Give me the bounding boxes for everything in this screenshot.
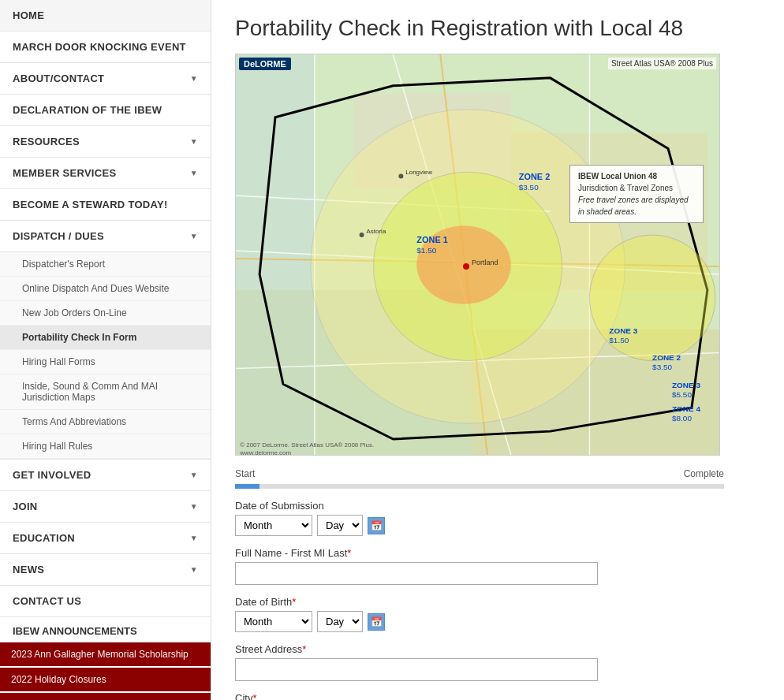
dob-label: Date of Birth* — [235, 596, 724, 608]
map-container: ZONE 2 $3.50 ZONE 1 $1.50 ZONE 3 $1.50 Z… — [235, 54, 720, 456]
chevron-icon: ▼ — [190, 232, 198, 240]
sidebar-item-steward[interactable]: BECOME A STEWARD TODAY! — [0, 189, 211, 221]
sidebar-sub-hiring-hall-forms[interactable]: Hiring Hall Forms — [0, 350, 211, 374]
svg-text:ZONE 2: ZONE 2 — [652, 353, 681, 362]
form-area: Start Complete Date of Submission MonthJ… — [235, 468, 724, 700]
sidebar-sub-dispatchers-report[interactable]: Dispatcher's Report — [0, 252, 211, 277]
full-name-input[interactable] — [235, 562, 598, 585]
sidebar-item-march-door[interactable]: MARCH DOOR KNOCKING EVENT — [0, 32, 211, 63]
sidebar-item-home[interactable]: HOME — [0, 0, 211, 32]
sidebar-item-declaration[interactable]: DECLARATION OF THE IBEW — [0, 95, 211, 126]
street-address-label: Street Address* — [235, 643, 724, 655]
svg-text:© 2007 DeLorme. Street Atlas U: © 2007 DeLorme. Street Atlas USA® 2008 P… — [240, 441, 374, 449]
date-of-submission-row: MonthJanuaryFebruaryMarchAprilMayJuneJul… — [235, 515, 724, 536]
svg-text:$3.50: $3.50 — [652, 363, 672, 371]
submission-calendar-icon[interactable]: 📅 — [368, 517, 385, 534]
dob-field: Date of Birth* MonthJanuaryFebruaryMarch… — [235, 596, 724, 632]
progress-end-label: Complete — [684, 468, 724, 479]
svg-point-30 — [463, 263, 469, 270]
sidebar-item-education[interactable]: EDUCATION ▼ — [0, 523, 211, 554]
submission-month-select[interactable]: MonthJanuaryFebruaryMarchAprilMayJuneJul… — [235, 515, 312, 536]
city-label: City* — [235, 692, 724, 700]
announcement-item-2[interactable]: 2022 Holiday Closures — [0, 668, 211, 691]
progress-track — [235, 484, 724, 489]
sidebar-item-get-involved[interactable]: GET INVOLVED ▼ — [0, 460, 211, 491]
sidebar-item-about[interactable]: ABOUT/CONTACT ▼ — [0, 63, 211, 95]
svg-text:Portland: Portland — [472, 259, 498, 266]
announcement-item-3[interactable]: Business Office & Dispatch to close at 2… — [0, 693, 211, 700]
chevron-icon: ▼ — [190, 74, 198, 83]
sidebar-sub-new-job-orders[interactable]: New Job Orders On-Line — [0, 301, 211, 326]
sidebar-item-news[interactable]: NEWS ▼ — [0, 554, 211, 586]
date-of-submission-field: Date of Submission MonthJanuaryFebruaryM… — [235, 500, 724, 536]
svg-text:ZONE 2: ZONE 2 — [519, 172, 551, 181]
svg-text:$5.50: $5.50 — [672, 390, 692, 399]
info-box-line3: Free travel zones are displayed in shade… — [578, 195, 689, 216]
svg-text:ZONE 3: ZONE 3 — [672, 381, 700, 389]
dispatch-submenu: Dispatcher's Report Online Dispatch And … — [0, 252, 211, 460]
dob-month-select[interactable]: MonthJanuaryFebruaryMarchAprilMayJuneJul… — [235, 611, 312, 632]
chevron-icon: ▼ — [190, 471, 198, 479]
city-field: City* — [235, 692, 724, 700]
full-name-label: Full Name - First MI Last* — [235, 547, 724, 559]
sidebar-item-resources[interactable]: RESOURCES ▼ — [0, 126, 211, 158]
svg-text:ZONE 3: ZONE 3 — [609, 326, 637, 335]
sidebar-item-contact-us[interactable]: CONTACT US — [0, 586, 211, 617]
progress-fill — [235, 484, 259, 489]
svg-text:ZONE 4: ZONE 4 — [672, 404, 700, 413]
map-top-right-label: Street Atlas USA® 2008 Plus — [608, 58, 716, 69]
chevron-icon: ▼ — [190, 137, 198, 146]
svg-text:$8.00: $8.00 — [672, 414, 692, 423]
dob-row: MonthJanuaryFebruaryMarchAprilMayJuneJul… — [235, 611, 724, 632]
svg-text:www.delorme.com: www.delorme.com — [239, 449, 291, 455]
announcement-item-1[interactable]: 2023 Ann Gallagher Memorial Scholarship — [0, 642, 211, 666]
svg-text:ZONE 1: ZONE 1 — [416, 235, 448, 244]
progress-start-label: Start — [235, 468, 255, 479]
sidebar: HOME MARCH DOOR KNOCKING EVENT ABOUT/CON… — [0, 0, 211, 700]
svg-text:Longview: Longview — [405, 169, 432, 176]
submission-day-select[interactable]: Day1234567891011121314151617181920212223… — [317, 515, 363, 536]
sidebar-item-join[interactable]: JOIN ▼ — [0, 491, 211, 523]
date-of-submission-label: Date of Submission — [235, 500, 724, 512]
svg-point-32 — [398, 173, 403, 178]
svg-text:$1.50: $1.50 — [416, 246, 436, 255]
chevron-icon: ▼ — [190, 534, 198, 542]
info-box-line2: Jurisdiction & Travel Zones — [578, 184, 673, 192]
sidebar-item-member-services[interactable]: MEMBER SERVICES ▼ — [0, 158, 211, 189]
info-box-line1: IBEW Local Union 48 — [578, 172, 657, 181]
map-info-box: IBEW Local Union 48 Jurisdiction & Trave… — [569, 165, 704, 223]
street-address-field: Street Address* — [235, 643, 724, 681]
sidebar-sub-inside-sound[interactable]: Inside, Sound & Comm And MAI Jurisdictio… — [0, 374, 211, 410]
svg-point-34 — [360, 233, 364, 237]
chevron-icon: ▼ — [190, 169, 198, 177]
chevron-icon: ▼ — [190, 502, 198, 511]
dob-calendar-icon[interactable]: 📅 — [368, 613, 385, 631]
main-content: Portability Check in Registration with L… — [211, 0, 784, 700]
svg-point-17 — [589, 235, 715, 360]
progress-row: Start Complete — [235, 468, 724, 479]
sidebar-sub-online-dispatch[interactable]: Online Dispatch And Dues Website — [0, 277, 211, 301]
map-brand-label: DeLORME — [239, 58, 291, 70]
svg-text:$1.50: $1.50 — [609, 336, 629, 344]
ibew-announcements-heading: IBEW ANNOUNCEMENTS — [0, 617, 211, 642]
page-title: Portability Check in Registration with L… — [235, 16, 760, 41]
sidebar-sub-hiring-hall-rules[interactable]: Hiring Hall Rules — [0, 434, 211, 459]
sidebar-sub-terms-abbrev[interactable]: Terms And Abbreviations — [0, 410, 211, 434]
street-address-input[interactable] — [235, 658, 598, 681]
dob-day-select[interactable]: Day1234567891011121314151617181920212223… — [317, 611, 363, 632]
svg-text:Astoria: Astoria — [367, 228, 386, 235]
sidebar-item-dispatch[interactable]: DISPATCH / DUES ▼ — [0, 221, 211, 252]
chevron-icon: ▼ — [190, 565, 198, 574]
svg-text:$3.50: $3.50 — [519, 183, 539, 192]
sidebar-sub-portability-check[interactable]: Portability Check In Form — [0, 326, 211, 350]
full-name-field: Full Name - First MI Last* — [235, 547, 724, 585]
